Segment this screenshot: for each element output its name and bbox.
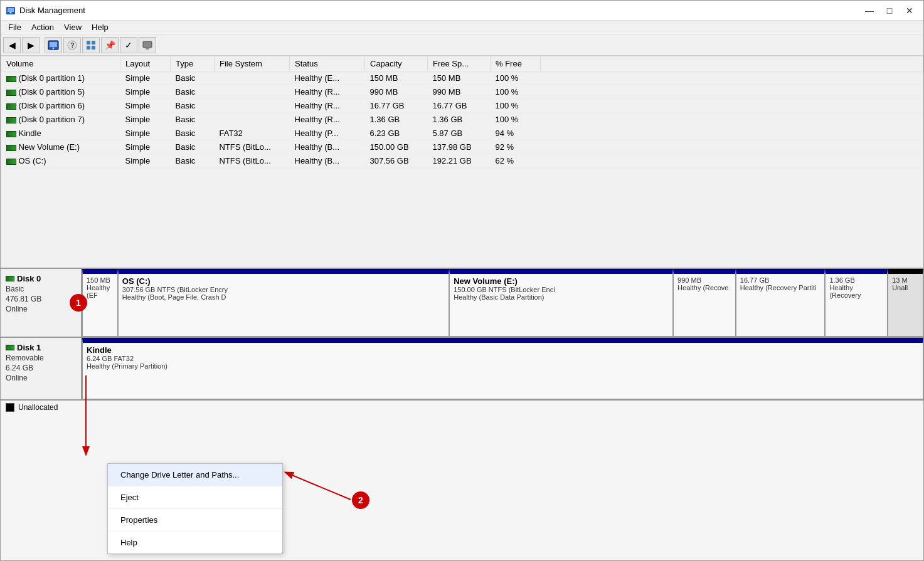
disk0-partition-4[interactable]: 16.77 GB Healthy (Recovery Partiti: [736, 269, 826, 337]
disk0-partition-line1-2: 150.00 GB NTFS (BitLocker Enci: [454, 286, 669, 293]
svg-point-5: [53, 47, 55, 49]
toolbar-btn-pin[interactable]: 📌: [101, 37, 119, 53]
svg-rect-1: [8, 8, 14, 12]
menu-help[interactable]: Help: [87, 21, 114, 33]
disk0-partition-line2-2: Healthy (Basic Data Partition): [454, 293, 669, 301]
disk-table: Volume Layout Type File System Status Ca…: [1, 56, 923, 168]
menu-file[interactable]: File: [3, 21, 26, 33]
cell-layout-2: Simple: [120, 99, 171, 113]
col-type[interactable]: Type: [171, 56, 215, 71]
table-row-5[interactable]: New Volume (E:) Simple Basic NTFS (BitLo…: [1, 140, 923, 154]
cell-type-1: Basic: [171, 85, 215, 99]
svg-rect-10: [87, 46, 90, 50]
cell-layout-6: Simple: [120, 154, 171, 168]
col-volume[interactable]: Volume: [1, 56, 120, 71]
toolbar-btn-volumes[interactable]: [45, 37, 62, 53]
cell-free-6: 192.21 GB: [428, 154, 491, 168]
back-button[interactable]: ◀: [3, 37, 21, 53]
title-controls: — □ ✕: [861, 4, 918, 17]
cell-status-3: Healthy (R...: [290, 113, 365, 127]
maximize-button[interactable]: □: [881, 4, 898, 17]
toolbar-btn-check[interactable]: ✓: [120, 37, 137, 53]
cell-pct-5: 92 %: [491, 140, 541, 154]
table-row-3[interactable]: (Disk 0 partition 7) Simple Basic Health…: [1, 113, 923, 127]
minimize-button[interactable]: —: [861, 4, 878, 17]
svg-rect-12: [143, 41, 152, 48]
disk0-partition-6[interactable]: 13 M Unall: [888, 269, 923, 337]
cell-capacity-2: 16.77 GB: [365, 99, 428, 113]
disk-view-area: Disk 0 Basic 476.81 GB Online 1 150 MB H…: [1, 269, 923, 560]
disk0-partition-line2-5: Healthy (Recovery: [829, 284, 883, 299]
unallocated-label: Unallocated: [18, 403, 58, 412]
cell-volume-0: (Disk 0 partition 1): [1, 71, 120, 85]
col-free[interactable]: Free Sp...: [428, 56, 491, 71]
disk1-main-partition[interactable]: Kindle 6.24 GB FAT32 Healthy (Primary Pa…: [82, 338, 923, 399]
disk0-partition-3[interactable]: 990 MB Healthy (Recove: [673, 269, 736, 337]
disk0-size: 476.81 GB: [6, 295, 76, 303]
disk0-partition-line2-3: Healthy (Recove: [677, 284, 731, 291]
toolbar-btn-display[interactable]: [139, 37, 156, 53]
disk-management-icon: [6, 6, 16, 16]
disk0-partition-5[interactable]: 1.36 GB Healthy (Recovery: [825, 269, 888, 337]
svg-rect-8: [87, 41, 90, 45]
disk1-label-title: Disk 1: [6, 343, 76, 352]
window-title: Disk Management: [19, 6, 85, 15]
context-menu-help[interactable]: Help: [108, 532, 282, 553]
cell-type-0: Basic: [171, 71, 215, 85]
menu-view[interactable]: View: [59, 21, 87, 33]
col-status[interactable]: Status: [290, 56, 365, 71]
cell-layout-1: Simple: [120, 85, 171, 99]
cell-free-5: 137.98 GB: [428, 140, 491, 154]
cell-extra-0: [541, 71, 923, 85]
disk1-status: Online: [6, 374, 76, 382]
forward-button[interactable]: ▶: [22, 37, 40, 53]
col-pct[interactable]: % Free: [491, 56, 541, 71]
col-fs[interactable]: File System: [215, 56, 290, 71]
disk0-partition-0[interactable]: 150 MB Healthy (EF: [82, 269, 118, 337]
disk0-partition-2[interactable]: New Volume (E:) 150.00 GB NTFS (BitLocke…: [449, 269, 673, 337]
vol-icon-5: [6, 145, 16, 151]
table-row-4[interactable]: Kindle Simple Basic FAT32 Healthy (P... …: [1, 127, 923, 140]
cell-capacity-1: 990 MB: [365, 85, 428, 99]
toolbar: ◀ ▶ ? 📌 ✓: [1, 34, 923, 56]
cell-type-3: Basic: [171, 113, 215, 127]
disk0-partition-1[interactable]: OS (C:) 307.56 GB NTFS (BitLocker Encry …: [118, 269, 449, 337]
cell-layout-0: Simple: [120, 71, 171, 85]
context-menu-eject[interactable]: Eject: [108, 486, 282, 509]
title-bar-left: Disk Management: [6, 6, 85, 16]
menu-action[interactable]: Action: [26, 21, 59, 33]
disk0-partitions: 150 MB Healthy (EF OS (C:) 307.56 GB NTF…: [82, 269, 923, 337]
disk1-row: Disk 1 Removable 6.24 GB Online Kindle 6…: [1, 338, 923, 401]
cell-status-6: Healthy (B...: [290, 154, 365, 168]
cell-extra-5: [541, 140, 923, 154]
toolbar-btn-help[interactable]: ?: [63, 37, 81, 53]
cell-extra-6: [541, 154, 923, 168]
unallocated-legend: Unallocated: [1, 401, 923, 414]
cell-type-5: Basic: [171, 140, 215, 154]
cell-type-2: Basic: [171, 99, 215, 113]
disk0-status: Online: [6, 305, 76, 313]
disk0-partition-line1-6: 13 M: [892, 276, 919, 284]
col-layout[interactable]: Layout: [120, 56, 171, 71]
context-menu-properties[interactable]: Properties: [108, 509, 282, 532]
annotation-1: 1: [70, 294, 87, 312]
context-menu-change-drive[interactable]: Change Drive Letter and Paths...: [108, 464, 282, 486]
cell-extra-4: [541, 127, 923, 140]
table-row-1[interactable]: (Disk 0 partition 5) Simple Basic Health…: [1, 85, 923, 99]
unallocated-icon: [6, 403, 14, 412]
cell-type-4: Basic: [171, 127, 215, 140]
cell-layout-3: Simple: [120, 113, 171, 127]
table-row-0[interactable]: (Disk 0 partition 1) Simple Basic Health…: [1, 71, 923, 85]
table-row-6[interactable]: OS (C:) Simple Basic NTFS (BitLo... Heal…: [1, 154, 923, 168]
close-button[interactable]: ✕: [901, 4, 918, 17]
disk0-partition-line2-4: Healthy (Recovery Partiti: [740, 284, 821, 291]
cell-pct-0: 100 %: [491, 71, 541, 85]
cell-capacity-0: 150 MB: [365, 71, 428, 85]
toolbar-btn-grid[interactable]: [82, 37, 100, 53]
cell-capacity-5: 150.00 GB: [365, 140, 428, 154]
table-row-2[interactable]: (Disk 0 partition 6) Simple Basic Health…: [1, 99, 923, 113]
cell-extra-2: [541, 99, 923, 113]
col-capacity[interactable]: Capacity: [365, 56, 428, 71]
cell-fs-4: FAT32: [215, 127, 290, 140]
disk0-row: Disk 0 Basic 476.81 GB Online 1 150 MB H…: [1, 269, 923, 338]
